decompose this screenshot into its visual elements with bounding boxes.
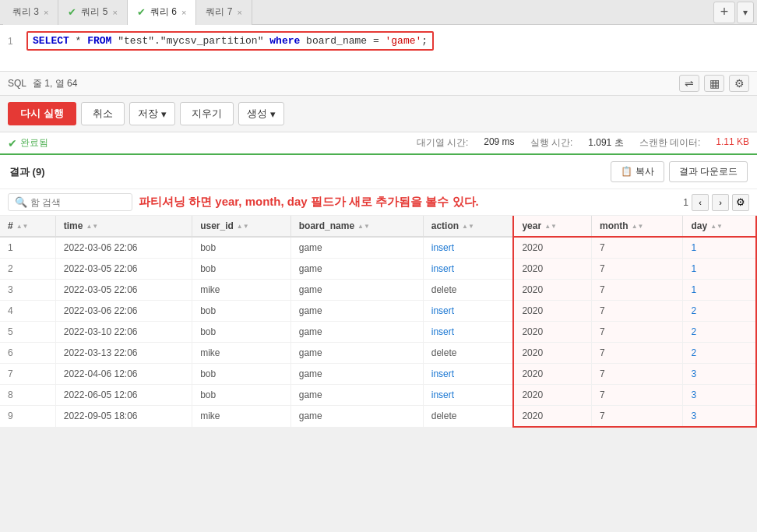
cell-action: insert [423,259,513,280]
tab-query5[interactable]: ✔ 쿼리 5 × [58,0,127,25]
cell-day: 2 [683,343,756,364]
tab-query6[interactable]: ✔ 쿼리 6 × [128,0,196,25]
cell-num: 2 [0,259,55,280]
results-header: 결과 (9) 📋 복사 결과 다운로드 [0,155,757,189]
cell-month: 7 [592,280,683,301]
col-header-num[interactable]: #▲▼ [0,216,55,237]
cell-board-name: game [290,343,423,364]
tab-query6-close[interactable]: × [181,8,186,17]
action-toolbar: 다시 실행 취소 저장 ▾ 지우기 생성 ▾ [0,96,757,132]
grid-icon[interactable]: ▦ [704,75,724,92]
col-header-time[interactable]: time▲▼ [55,216,192,237]
cell-day: 1 [683,280,756,301]
queue-value: 209 ms [484,136,514,150]
tab-query7[interactable]: 쿼리 7 × [196,0,252,25]
generate-label: 생성 [247,107,267,121]
cell-month: 7 [592,322,683,343]
copy-button[interactable]: 📋 복사 [611,161,664,182]
results-title: 결과 (9) [9,165,45,179]
table-row: 5 2022-03-10 22:06 bob game insert 2020 … [0,322,756,343]
cancel-button[interactable]: 취소 [81,102,125,125]
prev-page-button[interactable]: ‹ [692,194,709,211]
cell-user-id: mike [192,406,291,428]
tab-query6-check-icon: ✔ [137,6,146,18]
sql-info-bar: SQL 줄 1, 열 64 ⇌ ▦ ⚙ [0,72,757,96]
cell-day: 3 [683,406,756,428]
cell-action: delete [423,280,513,301]
cell-year: 2020 [513,259,591,280]
sql-code-block[interactable]: SELECT * FROM "test"."mycsv_partition" w… [26,31,434,51]
clear-button[interactable]: 지우기 [180,102,234,125]
col-header-year[interactable]: year▲▼ [513,216,591,237]
tab-query3-close[interactable]: × [44,8,48,17]
cell-num: 8 [0,385,55,406]
cell-num: 9 [0,406,55,428]
tab-query5-label: 쿼리 5 [81,5,107,19]
cell-month: 7 [592,301,683,322]
col-header-month[interactable]: month▲▼ [592,216,683,237]
settings-icon[interactable]: ⚙ [729,75,749,92]
table-row: 7 2022-04-06 12:06 bob game insert 2020 … [0,364,756,385]
search-input[interactable] [30,197,124,208]
cell-year: 2020 [513,280,591,301]
cell-year: 2020 [513,237,591,259]
cell-day: 1 [683,259,756,280]
tab-query3-label: 쿼리 3 [12,5,39,19]
col-header-day[interactable]: day▲▼ [683,216,756,237]
col-header-action[interactable]: action▲▼ [423,216,513,237]
cell-action: delete [423,343,513,364]
tab-query5-check-icon: ✔ [68,6,76,18]
cell-month: 7 [592,259,683,280]
table-settings-button[interactable]: ⚙ [732,194,749,211]
cell-day: 3 [683,385,756,406]
tab-query7-close[interactable]: × [237,8,241,17]
search-bar: 🔍 파티셔닝 하면 year, month, day 필드가 새로 추가됨을 볼… [0,189,757,216]
add-tab-button[interactable]: + [713,2,735,23]
table-row: 8 2022-06-05 12:06 bob game insert 2020 … [0,385,756,406]
cell-board-name: game [290,385,423,406]
cell-action: insert [423,322,513,343]
cell-time: 2022-03-05 22:06 [55,280,192,301]
generate-button[interactable]: 생성 ▾ [238,102,284,125]
tab-query7-label: 쿼리 7 [206,5,232,19]
cell-month: 7 [592,385,683,406]
cell-board-name: game [290,322,423,343]
col-header-board-name[interactable]: board_name▲▼ [290,216,423,237]
status-ok-icon: ✔ [8,137,17,150]
cell-num: 5 [0,322,55,343]
save-dropdown-arrow-icon: ▾ [161,108,167,120]
table-row: 1 2022-03-06 22:06 bob game insert 2020 … [0,237,756,259]
tab-dropdown-button[interactable]: ▾ [737,2,754,23]
results-table-wrap: #▲▼ time▲▼ user_id▲▼ board_name▲▼ action… [0,216,757,428]
cell-user-id: mike [192,343,291,364]
sql-label: SQL [8,78,26,89]
cell-year: 2020 [513,406,591,428]
annotation-text: 파티셔닝 하면 year, month, day 필드가 새로 추가됨을 볼수 … [139,195,479,210]
cell-action: insert [423,301,513,322]
search-icon: 🔍 [15,196,27,208]
cell-year: 2020 [513,322,591,343]
cell-user-id: bob [192,259,291,280]
tab-query3[interactable]: 쿼리 3 × [3,0,58,25]
cell-user-id: bob [192,237,291,259]
rerun-button[interactable]: 다시 실행 [8,102,76,125]
scan-value: 1.11 KB [716,136,749,150]
download-button[interactable]: 결과 다운로드 [669,161,748,182]
results-area: 결과 (9) 📋 복사 결과 다운로드 🔍 파티셔닝 하면 year, mont… [0,155,757,428]
status-metrics: 대기열 시간: 209 ms 실행 시간: 1.091 초 스캔한 데이터: 1… [417,136,749,150]
next-page-button[interactable]: › [712,194,729,211]
format-icon[interactable]: ⇌ [679,75,699,92]
cell-num: 3 [0,280,55,301]
cell-user-id: bob [192,364,291,385]
cell-day: 3 [683,364,756,385]
table-row: 9 2022-09-05 18:06 mike game delete 2020… [0,406,756,428]
status-bar: ✔ 완료됨 대기열 시간: 209 ms 실행 시간: 1.091 초 스캔한 … [0,132,757,155]
cell-time: 2022-04-06 12:06 [55,364,192,385]
col-header-user-id[interactable]: user_id▲▼ [192,216,291,237]
save-button[interactable]: 저장 ▾ [129,102,175,125]
tab-query5-close[interactable]: × [112,8,117,17]
cell-board-name: game [290,364,423,385]
cell-num: 1 [0,237,55,259]
cell-user-id: bob [192,385,291,406]
editor-area: 1 SELECT * FROM "test"."mycsv_partition"… [0,25,757,72]
